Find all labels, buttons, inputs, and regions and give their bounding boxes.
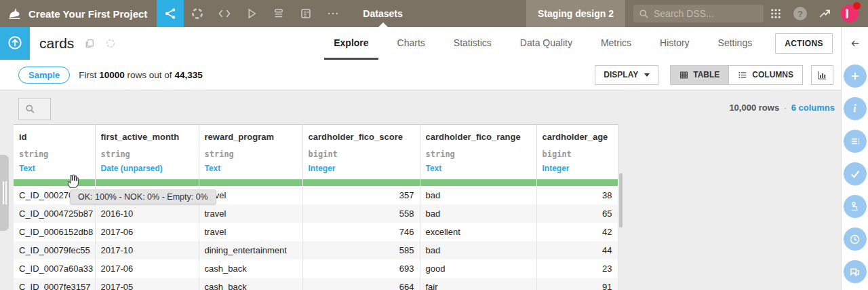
info-icon[interactable]: i — [844, 97, 867, 120]
table-cell[interactable]: 42 — [536, 223, 618, 241]
dataset-status-icon[interactable] — [105, 38, 116, 49]
tab-metrics[interactable]: Metrics — [591, 27, 641, 60]
quality-bar-cell[interactable] — [302, 179, 420, 186]
global-search-input[interactable] — [654, 8, 758, 19]
table-cell[interactable]: 65 — [536, 204, 618, 223]
quality-bar-cell[interactable] — [420, 179, 536, 186]
data-table: idstringTextfirst_active_monthstringDate… — [14, 124, 618, 290]
column-header-id[interactable]: idstringText — [14, 125, 95, 180]
table-search-box[interactable] — [18, 98, 51, 120]
table-cell[interactable]: 664 — [302, 278, 420, 290]
lab-icon[interactable] — [184, 0, 211, 27]
chevron-down-icon — [644, 73, 650, 77]
table-cell[interactable]: bad — [420, 241, 536, 259]
collapse-panel-arrow[interactable] — [847, 37, 863, 50]
table-cell[interactable]: cash_back — [199, 278, 302, 290]
bird-icon — [6, 5, 22, 22]
arrow-left-icon — [849, 38, 861, 49]
table-scrollbar[interactable] — [619, 173, 623, 228]
run-icon[interactable] — [238, 0, 265, 27]
table-cell[interactable]: bad — [420, 186, 536, 204]
table-cell[interactable]: travel — [199, 204, 302, 223]
lab-icon[interactable] — [844, 195, 867, 218]
table-cell[interactable]: travel — [199, 223, 302, 241]
table-cell[interactable]: C_ID_0004725b87 — [14, 204, 95, 223]
jobs-icon[interactable] — [265, 0, 292, 27]
user-avatar[interactable] — [841, 5, 859, 22]
copy-icon[interactable] — [84, 38, 95, 49]
add-icon[interactable] — [844, 65, 867, 88]
columns-view-button[interactable]: COLUMNS — [728, 66, 802, 84]
table-cell[interactable]: 91 — [536, 278, 618, 290]
table-cell[interactable]: 2017-10 — [95, 241, 199, 259]
display-dropdown[interactable]: DISPLAY — [595, 65, 658, 85]
checks-icon[interactable] — [844, 162, 867, 185]
help-icon[interactable]: ? — [788, 0, 812, 27]
table-view-button[interactable]: TABLE — [671, 66, 728, 84]
quality-tooltip: OK: 100% - NOK: 0% - Empty: 0% — [70, 189, 216, 204]
table-cell[interactable]: cash_back — [199, 259, 302, 278]
table-cell[interactable]: 38 — [536, 186, 618, 204]
discussions-icon[interactable] — [844, 260, 867, 283]
quality-bar-cell[interactable] — [536, 179, 618, 186]
sample-pill[interactable]: Sample — [18, 67, 70, 84]
table-cell[interactable]: 2016-10 — [95, 204, 199, 223]
table-cell[interactable]: 693 — [302, 259, 420, 278]
table-cell[interactable]: fair — [420, 278, 536, 290]
list-icon — [738, 71, 747, 79]
table-cell[interactable]: 558 — [302, 204, 420, 223]
tab-statistics[interactable]: Statistics — [444, 27, 501, 60]
quick-chart-button[interactable] — [811, 65, 833, 85]
schema-icon[interactable] — [844, 130, 867, 153]
panel-drag-handle[interactable] — [0, 155, 9, 231]
timeline-icon[interactable] — [844, 228, 867, 251]
table-cell[interactable]: dining_entertainment — [199, 241, 302, 259]
table-cell[interactable]: C_ID_00079fec55 — [14, 241, 95, 259]
table-cell[interactable]: C_ID_0007fe3157 — [14, 278, 95, 290]
more-icon[interactable] — [319, 0, 347, 27]
actions-button[interactable]: ACTIONS — [775, 33, 833, 54]
table-cell[interactable]: good — [420, 259, 536, 278]
tab-explore[interactable]: Explore — [324, 27, 378, 60]
table-cell[interactable]: C_ID_0006152db8 — [14, 223, 95, 241]
updates-icon[interactable] — [812, 0, 837, 27]
instance-badge[interactable]: Staging design 2 — [526, 0, 625, 27]
tab-settings[interactable]: Settings — [709, 27, 762, 60]
notebooks-icon[interactable] — [292, 0, 319, 27]
column-header-reward_program[interactable]: reward_programstringText — [199, 125, 302, 180]
nav-datasets-label: Datasets — [363, 8, 402, 19]
table-cell[interactable]: bad — [420, 204, 536, 223]
dataset-icon[interactable] — [0, 27, 30, 60]
table-cell[interactable]: 23 — [536, 259, 618, 278]
column-header-first_active_month[interactable]: first_active_monthstringDate (unparsed) — [95, 125, 199, 180]
column-header-cardholder_fico_score[interactable]: cardholder_fico_scorebigintInteger — [302, 125, 420, 180]
table-cell[interactable]: excellent — [420, 223, 536, 241]
dataiku-logo-icon[interactable] — [0, 0, 28, 27]
table-cell[interactable]: 357 — [302, 186, 420, 204]
quality-bar-cell[interactable] — [95, 179, 199, 186]
code-icon[interactable] — [211, 0, 238, 27]
quality-bar-cell[interactable] — [14, 179, 95, 186]
project-title[interactable]: Create Your First Project — [28, 8, 147, 20]
table-cell[interactable]: 2017-06 — [95, 223, 199, 241]
column-header-cardholder_age[interactable]: cardholder_agebigintInteger — [536, 125, 618, 180]
nav-datasets[interactable]: Datasets — [359, 0, 406, 27]
table-cell[interactable]: C_ID_0007a60a33 — [14, 259, 95, 278]
table-cell[interactable]: 44 — [536, 241, 618, 259]
table-row: C_ID_0007a60a332017-06cash_back693good23 — [14, 259, 618, 278]
column-header-cardholder_fico_range[interactable]: cardholder_fico_rangestringText — [420, 125, 536, 180]
table-row: C_ID_00079fec552017-10dining_entertainme… — [14, 241, 618, 259]
tab-data-quality[interactable]: Data Quality — [511, 27, 582, 60]
table-cell[interactable]: 585 — [302, 241, 420, 259]
table-cell[interactable]: 2017-05 — [95, 278, 199, 290]
quality-bar-cell[interactable] — [199, 179, 302, 186]
tab-charts[interactable]: Charts — [388, 27, 435, 60]
flow-icon[interactable] — [157, 0, 184, 27]
apps-grid-icon[interactable] — [764, 0, 788, 27]
global-search[interactable] — [633, 5, 764, 22]
columns-count-link[interactable]: 6 columns — [791, 103, 835, 113]
table-cell[interactable]: 746 — [302, 223, 420, 241]
search-icon — [639, 9, 649, 19]
tab-history[interactable]: History — [650, 27, 699, 60]
table-cell[interactable]: 2017-06 — [95, 259, 199, 278]
